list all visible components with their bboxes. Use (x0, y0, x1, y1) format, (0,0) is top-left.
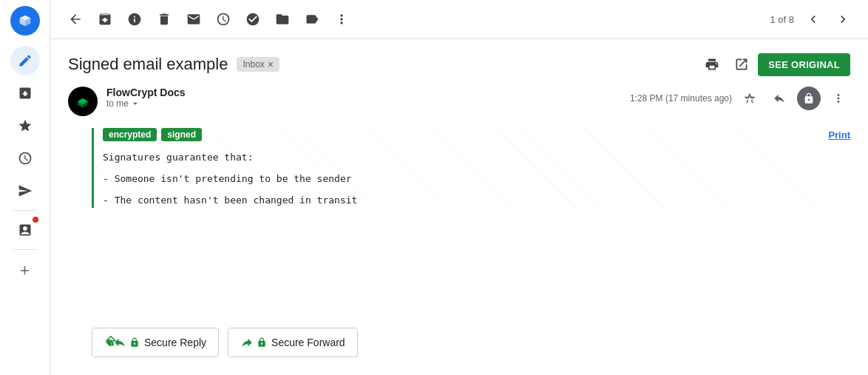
more-button[interactable] (328, 6, 355, 33)
secure-reply-label: Secure Reply (144, 337, 206, 348)
action-buttons: Secure Reply Secure Forward (50, 316, 868, 375)
sidebar-item-inbox[interactable] (10, 78, 40, 108)
header-actions: SEE ORIGINAL (699, 51, 850, 78)
sidebar-item-starred[interactable] (10, 111, 40, 141)
sidebar-item-drafts[interactable] (10, 215, 40, 245)
email-subject: Signed email example (68, 55, 228, 74)
sidebar-divider (13, 210, 37, 211)
sender-info: FlowCrypt Docs to me (106, 87, 621, 109)
secure-forward-button[interactable]: Secure Forward (228, 328, 358, 357)
email-point-2: - The content hasn't been changed in tra… (103, 193, 850, 209)
sidebar-item-sent[interactable] (10, 176, 40, 206)
email-intro: Signatures guarantee that: (103, 150, 850, 166)
sidebar-item-compose[interactable] (10, 46, 40, 75)
secure-forward-label: Secure Forward (271, 337, 345, 348)
lock-status-button[interactable] (797, 87, 821, 110)
sender-name: FlowCrypt Docs (106, 87, 621, 98)
next-email-button[interactable] (830, 6, 856, 33)
snooze-button[interactable] (210, 6, 237, 33)
sender-more-button[interactable] (827, 87, 850, 110)
main-content: 1 of 8 Signed email example Inbox × (50, 0, 868, 375)
email-body: encrypted signed Print Signatures guaran… (50, 122, 868, 316)
check-button[interactable] (240, 6, 266, 33)
folder-button[interactable] (269, 6, 296, 33)
archive-button[interactable] (92, 6, 118, 33)
sender-meta: 1:28 PM (17 minutes ago) (630, 87, 850, 110)
see-original-button[interactable]: SEE ORIGINAL (758, 53, 850, 76)
email-timestamp: 1:28 PM (17 minutes ago) (630, 93, 732, 104)
delete-button[interactable] (151, 6, 177, 33)
secure-reply-button[interactable]: Secure Reply (92, 328, 219, 357)
sidebar-divider-2 (13, 249, 37, 250)
print-header-button[interactable] (699, 51, 725, 78)
encrypted-badge: encrypted (103, 128, 157, 141)
sender-row: FlowCrypt Docs to me 1:28 PM (17 minutes… (50, 84, 868, 122)
toolbar: 1 of 8 (50, 0, 868, 39)
star-button[interactable] (738, 87, 762, 110)
prev-email-button[interactable] (800, 6, 827, 33)
drafts-badge (33, 217, 38, 223)
open-external-button[interactable] (728, 51, 755, 78)
reply-button[interactable] (767, 87, 791, 110)
inbox-tag: Inbox × (237, 57, 279, 72)
email-point-1: - Someone isn't pretending to be the sen… (103, 172, 850, 187)
app-logo[interactable] (10, 6, 40, 36)
secure-reply-icon (104, 336, 140, 349)
email-counter: 1 of 8 (770, 14, 794, 25)
signed-badge: signed (161, 128, 202, 141)
remove-inbox-tag[interactable]: × (268, 58, 274, 70)
print-link[interactable]: Print (828, 129, 850, 141)
sender-avatar (68, 87, 98, 116)
email-body-text: Signatures guarantee that: - Someone isn… (103, 150, 850, 208)
tag-button[interactable] (299, 6, 325, 33)
secure-forward-icon (240, 336, 267, 349)
email-header: Signed email example Inbox × SEE ORIGINA… (50, 39, 868, 84)
email-button[interactable] (180, 6, 207, 33)
sidebar: + (0, 0, 50, 375)
info-button[interactable] (121, 6, 148, 33)
security-badges-row: encrypted signed Print (103, 128, 850, 141)
add-account-button[interactable]: + (10, 256, 40, 286)
sidebar-item-snoozed[interactable] (10, 143, 40, 173)
email-content-area: encrypted signed Print Signatures guaran… (92, 128, 850, 208)
sender-to[interactable]: to me (106, 98, 621, 109)
back-button[interactable] (62, 6, 89, 33)
